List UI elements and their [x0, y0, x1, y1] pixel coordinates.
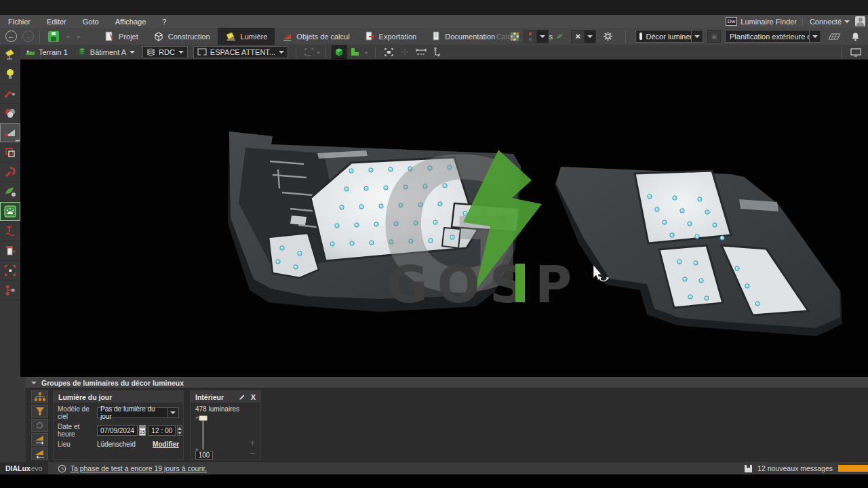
planification-dropdown[interactable]: Planification extérieure e... [725, 30, 821, 43]
decor-settings-button[interactable]: ▣ [707, 30, 721, 43]
notifications-bell-button[interactable] [848, 30, 863, 43]
viewport-3d[interactable]: G GOSP [20, 60, 868, 377]
tool-joint-arm[interactable] [0, 84, 20, 104]
remove-group-button[interactable]: − [250, 449, 255, 458]
tool-energy-leaf[interactable] [0, 182, 20, 202]
project-icon [104, 31, 115, 41]
interior-group-box: Intérieur X 478 luminaires ▸ ▸ 100 + − [190, 390, 261, 460]
tab-projet[interactable]: Projet [97, 28, 146, 45]
filter-funnel-button[interactable] [31, 405, 48, 418]
selection-frame-button[interactable] [302, 45, 317, 59]
selection-arrow[interactable]: ▸ [317, 49, 321, 56]
svg-text:T: T [7, 226, 12, 233]
calculation-mode-icon [524, 30, 536, 43]
back-button[interactable]: ← [5, 30, 17, 42]
colour-circles-icon [3, 106, 18, 121]
time-spinner[interactable] [177, 425, 182, 436]
menu-fichier[interactable]: Fichier [0, 18, 39, 26]
time-input[interactable]: 12 : 00 [149, 425, 176, 436]
terrain-selector[interactable]: Terrain 1 [20, 48, 73, 56]
panel-left-fill [0, 377, 26, 462]
tab-lumiere[interactable]: Lumière [218, 28, 275, 45]
dim-down-button[interactable] [31, 447, 48, 460]
menu-goto[interactable]: Goto [75, 18, 107, 26]
close-icon[interactable]: X [251, 393, 256, 401]
context-bar: Terrain 1 Bâtiment A RDC ESPACE ATTENT..… [20, 45, 868, 60]
espace-dropdown[interactable]: ESPACE ATTENT... [193, 46, 288, 58]
dim-value-input[interactable]: 100 [195, 451, 213, 460]
hierarchy-tree-button[interactable] [31, 390, 48, 403]
account-status-dropdown[interactable]: Connecté [802, 18, 850, 26]
tool-maintenance-wrench[interactable] [0, 163, 20, 182]
undo-button[interactable]: ◂ [66, 33, 69, 40]
menu-help[interactable]: ? [154, 18, 174, 26]
menu-affichage[interactable]: Affichage [107, 18, 155, 26]
etage-dropdown[interactable]: RDC [142, 46, 188, 58]
tool-text-label[interactable]: T [0, 222, 20, 241]
view-more-arrow[interactable]: ▸ [366, 49, 369, 56]
wrench-icon [3, 165, 18, 180]
menu-editer[interactable]: Editer [39, 18, 75, 26]
luminaire-groups-panel-header[interactable]: Groupes de luminaires du décor lumineux [26, 377, 868, 388]
tool-luminaire-lamp[interactable] [0, 45, 20, 64]
tool-copy-arrangement[interactable] [0, 143, 20, 163]
cancel-calculation-dropdown[interactable]: × [571, 30, 596, 43]
tool-dimmer-ramp[interactable]: ▸▸ [0, 123, 20, 143]
tab-documentation[interactable]: Documentation [424, 28, 502, 45]
dim-up-button[interactable] [31, 433, 48, 446]
measure-vertical-button[interactable] [430, 45, 445, 59]
settings-gear-button[interactable] [600, 30, 616, 43]
add-group-button[interactable]: + [250, 439, 255, 447]
tool-furniture[interactable] [0, 241, 20, 261]
tool-focus-frame[interactable] [0, 261, 20, 281]
dim-slider[interactable]: ▸ ▸ [199, 415, 208, 451]
zoom-selection-button[interactable] [397, 45, 412, 59]
save-button[interactable] [48, 31, 59, 42]
refresh-button[interactable] [31, 419, 48, 432]
surface-grid-button[interactable] [825, 30, 844, 43]
desk-lamp-icon [3, 47, 18, 62]
avatar[interactable] [855, 16, 865, 26]
calc-objects-icon [282, 31, 292, 41]
calendar-button[interactable]: 15 [139, 425, 146, 436]
slider-thumb[interactable] [199, 415, 208, 421]
tab-label: Exportation [379, 33, 417, 41]
tab-objets-de-calcul[interactable]: Objets de calcul [275, 28, 357, 45]
trial-message-link[interactable]: Ta phase de test a encore 19 jours à cou… [71, 464, 207, 472]
time-separator: : [161, 427, 163, 434]
time-minutes: 00 [165, 427, 172, 434]
tool-colour-filter[interactable] [0, 104, 20, 123]
display-monitor-button[interactable] [848, 45, 863, 59]
watermark: G GOSP [376, 120, 581, 333]
batiment-selector[interactable]: Bâtiment A [73, 47, 140, 56]
luminaire-groups-panel: Lumière du jour Modèle de ciel Pas de lu… [26, 388, 868, 462]
redo-button[interactable]: ▸ [77, 33, 81, 40]
room-icon [197, 48, 207, 56]
letterbox-top [0, 0, 868, 15]
messages-label[interactable]: 12 nouveaux messages [757, 464, 833, 472]
app-window: Fichier Editer Goto Affichage ? Dw Lumin… [0, 0, 868, 488]
tool-circuit-branch[interactable] [0, 281, 20, 300]
tab-exportation[interactable]: Exportation [357, 28, 425, 45]
tool-light-scene[interactable] [0, 202, 20, 222]
energy-leaf-icon [553, 30, 567, 43]
planification-dropdown-value: Planification extérieure e... [726, 33, 809, 41]
panel-tool-column [31, 390, 48, 460]
luminaire-finder-button[interactable]: Dw Luminaire Finder [726, 17, 797, 26]
calculation-mode-dropdown[interactable] [524, 30, 549, 43]
measure-horizontal-button[interactable] [414, 45, 429, 59]
sky-model-dropdown[interactable]: Pas de lumière du jour [97, 407, 179, 418]
view-3d-button[interactable] [332, 45, 347, 59]
edit-pencil-icon[interactable] [239, 394, 245, 401]
zoom-fit-button[interactable] [381, 45, 396, 59]
date-input[interactable]: 07/09/2024 [97, 425, 138, 436]
view-plan-button[interactable] [348, 45, 363, 59]
espace-label: ESPACE ATTENT... [210, 48, 275, 56]
forward-button[interactable]: → [22, 30, 34, 42]
slider-track[interactable] [202, 417, 204, 449]
tool-bulb[interactable] [0, 64, 20, 84]
modify-location-link[interactable]: Modifier [153, 441, 179, 448]
tab-construction[interactable]: Construction [146, 28, 218, 45]
decor-lumineux-dropdown[interactable]: Décor lumineux 1 [635, 30, 703, 43]
light-scene-icon [3, 204, 18, 219]
